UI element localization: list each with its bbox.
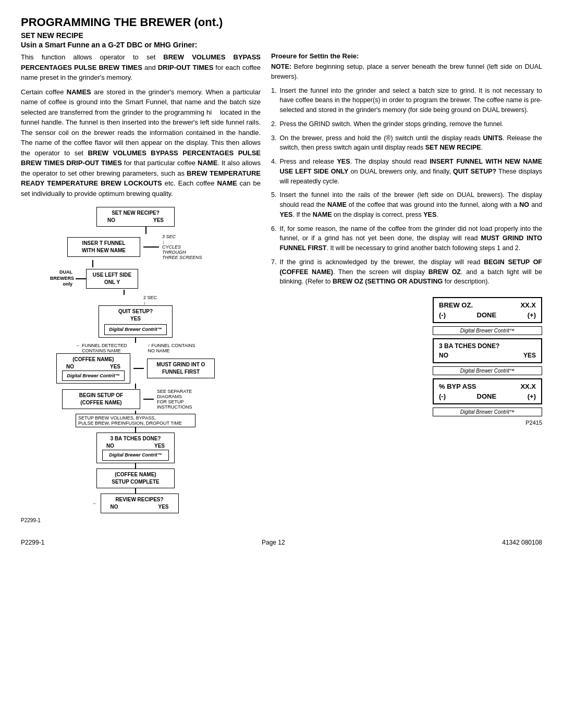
- fc-node-set-new-recipe: SET NEW RECIPE? NOYES: [96, 207, 175, 227]
- page-footer: P2299-1 Page 12 41342 080108: [21, 539, 542, 546]
- step-3: 3. On the brewer, press and hold the (®)…: [271, 133, 542, 153]
- step-5: 5. Insert the funnel into the rails of t…: [271, 190, 542, 219]
- bypass-screen: % BYP ASS XX.X (-) DONE (+): [433, 378, 542, 404]
- page-title: PROGRAMMING THE BREWER (ont.): [21, 16, 542, 29]
- fc-node-insert-funnel: INSER T FUNNEL WITH NEW NAME: [67, 237, 140, 257]
- fc-node-quit-setup: QUIT SETUP? YES Digital Brewer Contrit™: [99, 305, 173, 338]
- plus-btn[interactable]: (+): [528, 311, 536, 319]
- page-container: PROGRAMMING THE BREWER (ont.) SET NEW RE…: [21, 16, 542, 546]
- part-number-right: P2415: [433, 419, 542, 426]
- step-1: 1. Insert the funnel into the grinder an…: [271, 86, 542, 115]
- fc-node-begin-setup: BEGIN SETUP OF (COFFEE NAME): [62, 389, 140, 409]
- brand-display-2: Digital Brewer Contrit™: [433, 366, 542, 375]
- brand-display-1: Digital Brewer Contrit™: [433, 326, 542, 335]
- yes-option[interactable]: YES: [523, 352, 536, 359]
- display-panel-right: BREW OZ. XX.X (-) DONE (+) Digital Brewe…: [433, 297, 542, 426]
- minus-btn-2[interactable]: (-): [439, 392, 446, 400]
- fc-node-use-left: USE LEFT SIDE ONL Y: [86, 269, 138, 289]
- step-2: 2. Press the GRIND switch. When the grin…: [271, 119, 542, 129]
- footer-center: Page 12: [262, 539, 285, 546]
- paragraph-2: Certain coffee NAMES are stored in the g…: [21, 87, 261, 199]
- flowchart: SET NEW RECIPE? NOYES INSER T FUNNEL WIT…: [21, 207, 250, 523]
- bottom-displays: BREW OZ. XX.X (-) DONE (+) Digital Brewe…: [271, 297, 542, 426]
- section-title: SET NEW RECIPE: [21, 31, 542, 40]
- right-column: Proeure for Settin the Reie: NOTE: Befor…: [271, 52, 542, 523]
- brew-oz-value: XX.X: [520, 301, 536, 309]
- brand-display-3: Digital Brewer Contrit™: [433, 408, 542, 416]
- footer-right: 41342 080108: [502, 539, 542, 546]
- batches-done-screen: 3 BA TCHES DONE? NO YES: [433, 338, 542, 363]
- paragraph-1: This function allows operator to set BRE…: [21, 52, 261, 83]
- brew-oz-screen: BREW OZ. XX.X (-) DONE (+): [433, 297, 542, 323]
- right-note: NOTE: Before beginning setup, place a se…: [271, 62, 542, 82]
- bypass-value: XX.X: [520, 382, 536, 390]
- fc-node-must-grind: MUST GRIND INT O FUNNEL FIRST: [147, 359, 215, 378]
- batches-question: 3 BA TCHES DONE?: [439, 342, 536, 350]
- step-4: 4. Press and release YES. The display sh…: [271, 157, 542, 186]
- step-6: 6. If, for some reason, the name of the …: [271, 224, 542, 253]
- fc-node-coffee-name-yn: (COFFEE NAME) NOYES Digital Brewer Contr…: [56, 353, 130, 384]
- footer-left: P2299-1: [21, 539, 44, 546]
- brew-oz-label: BREW OZ.: [439, 301, 473, 309]
- part-number-left: P2299-1: [21, 517, 250, 523]
- left-column: This function allows operator to set BRE…: [21, 52, 261, 523]
- steps-list: 1. Insert the funnel into the grinder an…: [271, 86, 542, 287]
- fc-node-setup-complete: (COFFEE NAME) SETUP COMPLETE: [96, 468, 175, 488]
- no-option[interactable]: NO: [439, 352, 448, 359]
- bypass-label: % BYP ASS: [439, 382, 476, 390]
- done-label-2: DONE: [477, 392, 497, 400]
- minus-btn[interactable]: (-): [439, 311, 446, 319]
- plus-btn-2[interactable]: (+): [528, 392, 536, 400]
- done-label: DONE: [477, 311, 497, 319]
- fc-node-review-recipes: REVIEW RECIPES? NOYES: [101, 493, 179, 513]
- fc-dual-brewers-label: DUALBREWERSonly: [47, 267, 76, 290]
- fc-node-batches-done-1: 3 BA TCHES DONE? NOYES Digital Brewer Co…: [96, 433, 175, 463]
- right-header: Proeure for Settin the Reie:: [271, 52, 542, 60]
- intro-line: Usin a Smart Funne an a G-2T DBC or MHG …: [21, 41, 542, 49]
- step-7: 7. If the grind is acknowledged by the b…: [271, 257, 542, 287]
